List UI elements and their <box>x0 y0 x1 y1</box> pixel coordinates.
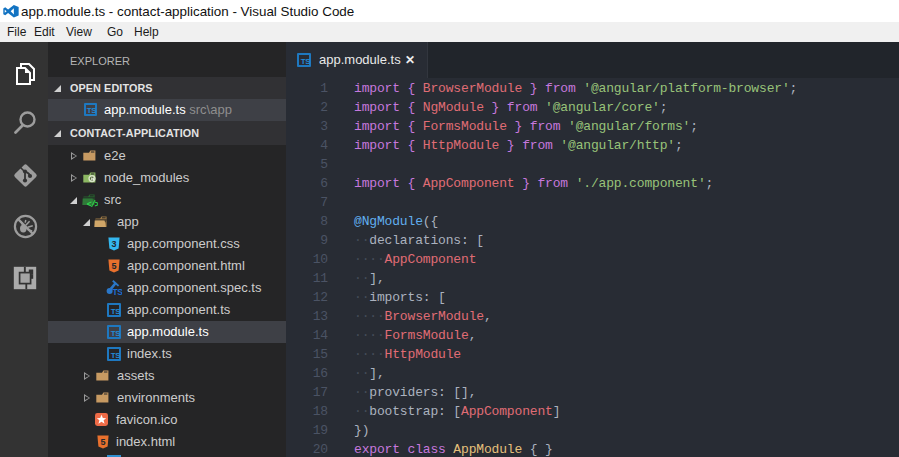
svg-text:5: 5 <box>112 261 117 271</box>
svg-text:TS: TS <box>113 287 122 296</box>
svg-text:3: 3 <box>112 239 117 249</box>
svg-text:</>: </> <box>87 200 98 208</box>
svg-text:5: 5 <box>101 437 106 447</box>
